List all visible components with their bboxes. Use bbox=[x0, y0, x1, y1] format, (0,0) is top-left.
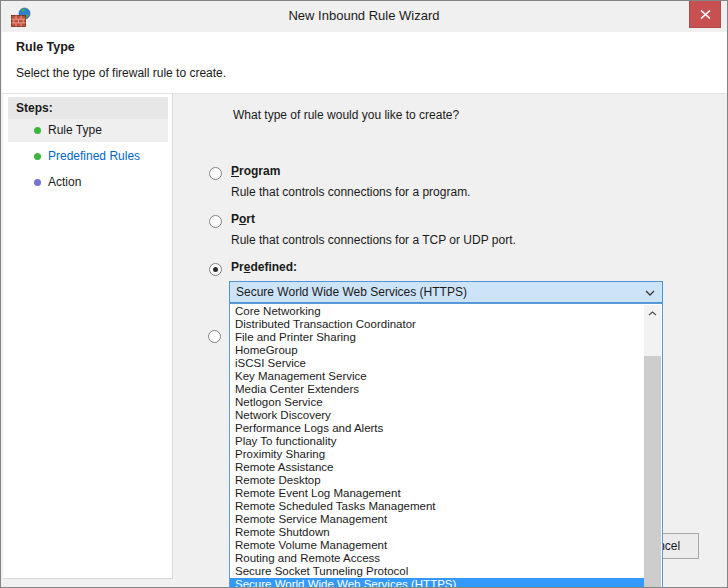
step-label: Rule Type bbox=[48, 119, 102, 142]
dropdown-item[interactable]: Remote Volume Management bbox=[230, 539, 644, 552]
dropdown-item[interactable]: iSCSI Service bbox=[230, 357, 644, 370]
dropdown-item[interactable]: Remote Shutdown bbox=[230, 526, 644, 539]
window-title: New Inbound Rule Wizard bbox=[1, 1, 727, 32]
port-label[interactable]: Port bbox=[231, 209, 255, 229]
dropdown-items: Core NetworkingDistributed Transaction C… bbox=[230, 305, 644, 588]
dropdown-item[interactable]: Proximity Sharing bbox=[230, 448, 644, 461]
step-bullet-icon bbox=[34, 179, 41, 186]
program-radio[interactable] bbox=[209, 167, 222, 180]
page-subtitle: Select the type of firewall rule to crea… bbox=[16, 66, 226, 80]
dropdown-item[interactable]: File and Printer Sharing bbox=[230, 331, 644, 344]
chevron-up-icon bbox=[648, 311, 657, 316]
combobox-value: Secure World Wide Web Services (HTTPS) bbox=[236, 285, 467, 299]
dropdown-item[interactable]: Play To functionality bbox=[230, 435, 644, 448]
dropdown-scrollbar[interactable] bbox=[644, 305, 661, 588]
dropdown-item[interactable]: Remote Event Log Management bbox=[230, 487, 644, 500]
sidebar-item-predefined-rules[interactable]: Predefined Rules bbox=[8, 145, 168, 168]
dropdown-item[interactable]: Key Management Service bbox=[230, 370, 644, 383]
dropdown-item[interactable]: Remote Scheduled Tasks Management bbox=[230, 500, 644, 513]
dropdown-item[interactable]: Performance Logs and Alerts bbox=[230, 422, 644, 435]
chevron-down-icon bbox=[645, 290, 655, 296]
port-description: Rule that controls connections for a TCP… bbox=[231, 231, 516, 249]
steps-sidebar: Steps: Rule Type Predefined Rules Action bbox=[3, 94, 173, 579]
program-label[interactable]: Program bbox=[231, 161, 280, 181]
scroll-up-button[interactable] bbox=[644, 305, 661, 322]
predefined-radio[interactable] bbox=[209, 263, 222, 276]
dropdown-item[interactable]: Secure World Wide Web Services (HTTPS) bbox=[230, 578, 644, 588]
title-bar: New Inbound Rule Wizard bbox=[1, 1, 727, 32]
predefined-label[interactable]: Predefined: bbox=[231, 257, 297, 277]
scrollbar-thumb[interactable] bbox=[644, 356, 661, 588]
dropdown-item[interactable]: HomeGroup bbox=[230, 344, 644, 357]
page-header: Rule Type Select the type of firewall ru… bbox=[2, 32, 727, 94]
dropdown-item[interactable]: Media Center Extenders bbox=[230, 383, 644, 396]
close-button[interactable] bbox=[689, 1, 721, 28]
dropdown-item[interactable]: Secure Socket Tunneling Protocol bbox=[230, 565, 644, 578]
dropdown-item[interactable]: Core Networking bbox=[230, 305, 644, 318]
predefined-combobox[interactable]: Secure World Wide Web Services (HTTPS) bbox=[229, 281, 663, 303]
dropdown-item[interactable]: Distributed Transaction Coordinator bbox=[230, 318, 644, 331]
dropdown-item[interactable]: Remote Assistance bbox=[230, 461, 644, 474]
steps-heading: Steps: bbox=[8, 97, 168, 119]
dropdown-item[interactable]: Remote Desktop bbox=[230, 474, 644, 487]
custom-radio[interactable] bbox=[208, 330, 221, 343]
step-bullet-icon bbox=[34, 127, 41, 134]
program-description: Rule that controls connections for a pro… bbox=[231, 183, 470, 201]
page-title: Rule Type bbox=[16, 40, 75, 54]
wizard-dialog: New Inbound Rule Wizard Rule Type Select… bbox=[0, 0, 728, 588]
predefined-dropdown-list[interactable]: Core NetworkingDistributed Transaction C… bbox=[229, 303, 663, 588]
port-radio[interactable] bbox=[209, 215, 222, 228]
sidebar-item-action: Action bbox=[8, 171, 168, 194]
dropdown-item[interactable]: Routing and Remote Access bbox=[230, 552, 644, 565]
dropdown-item[interactable]: Remote Service Management bbox=[230, 513, 644, 526]
step-label[interactable]: Predefined Rules bbox=[48, 145, 140, 168]
step-bullet-icon bbox=[34, 153, 41, 160]
dropdown-item[interactable]: Network Discovery bbox=[230, 409, 644, 422]
dropdown-item[interactable]: Netlogon Service bbox=[230, 396, 644, 409]
sidebar-item-rule-type: Rule Type bbox=[8, 119, 168, 142]
step-label: Action bbox=[48, 171, 81, 194]
question-text: What type of rule would you like to crea… bbox=[233, 105, 459, 125]
close-icon bbox=[700, 10, 711, 19]
